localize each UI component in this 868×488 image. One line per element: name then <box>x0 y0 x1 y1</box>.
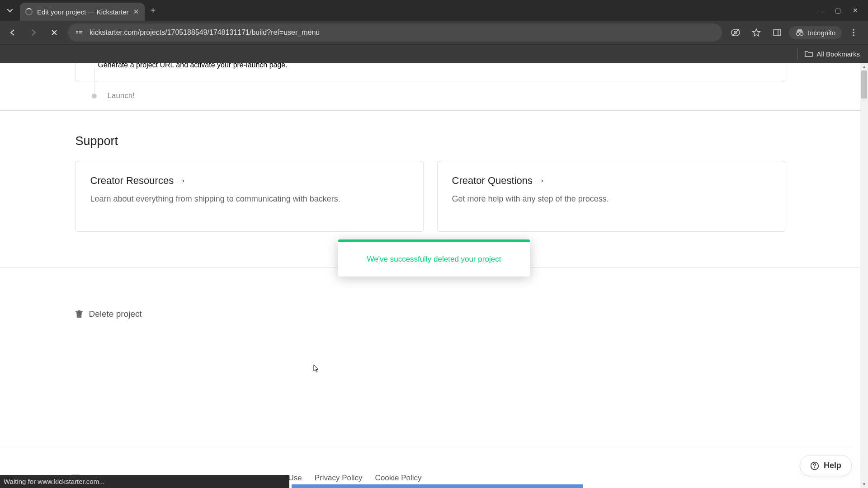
svg-line-5 <box>732 29 739 36</box>
delete-project-label: Delete project <box>89 309 142 319</box>
window-controls: — ▢ ✕ <box>817 7 868 14</box>
folder-icon <box>805 50 813 57</box>
step-connector-line <box>94 68 95 92</box>
status-text: Waiting for www.kickstarter.com... <box>4 478 105 485</box>
svg-rect-15 <box>75 311 83 312</box>
incognito-label: Incognito <box>808 29 835 37</box>
stop-icon <box>51 29 58 36</box>
svg-point-17 <box>814 467 815 468</box>
card-title: Creator Questions → <box>452 175 770 187</box>
arrow-left-icon <box>8 28 17 37</box>
chevron-down-icon <box>7 7 13 14</box>
forward-button[interactable] <box>24 23 42 42</box>
launch-step: Launch! <box>75 81 785 110</box>
browser-status-bar: Waiting for www.kickstarter.com... <box>0 475 289 488</box>
tracking-protection-icon[interactable] <box>726 23 745 42</box>
svg-rect-0 <box>76 31 78 32</box>
delete-project-button[interactable]: Delete project <box>75 306 142 322</box>
tab-title: Edit your project — Kickstarter <box>37 8 129 16</box>
svg-rect-2 <box>79 31 82 32</box>
footer-link-cookie[interactable]: Cookie Policy <box>375 474 422 483</box>
step-status-dot <box>92 94 97 99</box>
bookmark-star-icon[interactable] <box>747 23 765 42</box>
card-title: Creator Resources → <box>90 175 409 187</box>
maximize-button[interactable]: ▢ <box>835 7 841 14</box>
incognito-indicator[interactable]: Incognito <box>789 26 842 39</box>
support-heading: Support <box>75 134 785 148</box>
vertical-scrollbar[interactable]: ▲ ▼ <box>860 63 868 488</box>
incognito-icon <box>795 29 804 36</box>
svg-point-9 <box>800 33 803 36</box>
address-bar[interactable]: kickstarter.com/projects/1705188549/1748… <box>68 23 722 42</box>
success-toast: We've successfully deleted your project <box>338 239 530 277</box>
svg-rect-6 <box>774 29 781 36</box>
close-window-button[interactable]: ✕ <box>853 7 858 14</box>
browser-menu-button[interactable] <box>844 23 863 42</box>
footer-divider <box>0 448 853 448</box>
support-section: Support Creator Resources → Learn about … <box>75 111 785 232</box>
svg-rect-14 <box>78 310 80 311</box>
url-text: kickstarter.com/projects/1705188549/1748… <box>90 28 320 37</box>
trash-icon <box>75 310 83 318</box>
svg-point-11 <box>853 29 854 31</box>
card-description: Get more help with any step of the proce… <box>452 193 770 205</box>
prelaunch-description: Generate a project URL and activate your… <box>76 63 785 69</box>
help-button[interactable]: Help <box>800 455 852 476</box>
footer-link-privacy[interactable]: Privacy Policy <box>315 474 363 483</box>
svg-point-8 <box>797 33 800 36</box>
arrow-right-icon <box>29 28 38 37</box>
help-label: Help <box>824 461 841 470</box>
help-icon <box>810 461 819 470</box>
bookmarks-divider <box>797 48 797 59</box>
launch-label: Launch! <box>108 91 135 100</box>
svg-point-12 <box>853 32 854 33</box>
browser-tab-strip: Edit your project — Kickstarter ✕ + — ▢ … <box>0 0 868 21</box>
back-button[interactable] <box>4 23 22 42</box>
card-description: Learn about everything from shipping to … <box>90 193 409 205</box>
svg-rect-3 <box>79 33 82 33</box>
all-bookmarks-label: All Bookmarks <box>816 50 860 58</box>
bookmarks-bar: All Bookmarks <box>0 44 868 63</box>
close-tab-button[interactable]: ✕ <box>133 8 139 16</box>
scroll-thumb[interactable] <box>861 70 867 99</box>
site-info-icon[interactable] <box>75 28 83 38</box>
stop-reload-button[interactable] <box>45 23 63 42</box>
all-bookmarks-button[interactable]: All Bookmarks <box>805 50 860 58</box>
new-tab-button[interactable]: + <box>145 5 162 16</box>
creator-resources-card[interactable]: Creator Resources → Learn about everythi… <box>75 161 424 232</box>
kebab-icon <box>849 28 858 37</box>
loading-spinner-icon <box>25 8 33 15</box>
creator-questions-card[interactable]: Creator Questions → Get more help with a… <box>437 161 785 232</box>
browser-toolbar: kickstarter.com/projects/1705188549/1748… <box>0 21 868 44</box>
svg-point-13 <box>853 34 854 36</box>
active-tab[interactable]: Edit your project — Kickstarter ✕ <box>20 3 145 21</box>
toast-message: We've successfully deleted your project <box>338 242 530 277</box>
scroll-up-arrow[interactable]: ▲ <box>860 63 868 70</box>
scroll-down-arrow[interactable]: ▼ <box>860 480 868 488</box>
svg-rect-1 <box>76 33 78 33</box>
side-panel-icon[interactable] <box>768 23 786 42</box>
tab-search-dropdown[interactable] <box>0 0 20 20</box>
loading-progress-bar <box>292 484 583 488</box>
minimize-button[interactable]: — <box>817 7 823 14</box>
